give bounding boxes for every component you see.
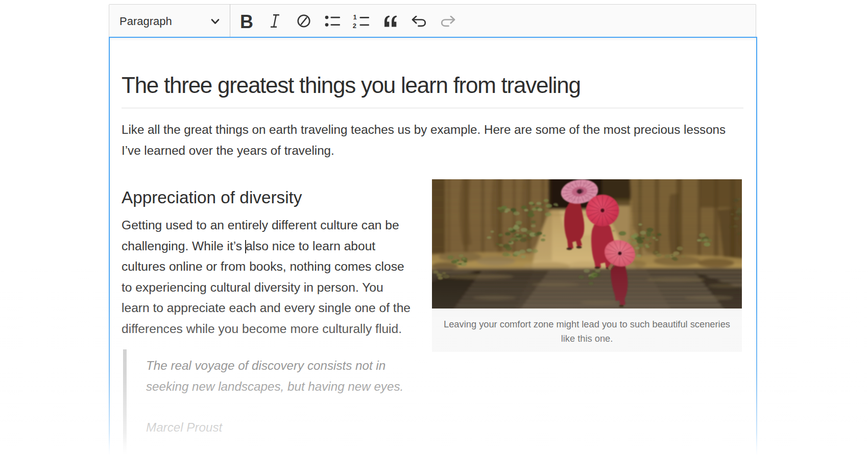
svg-text:1: 1 xyxy=(353,13,357,21)
svg-text:2: 2 xyxy=(353,22,356,29)
